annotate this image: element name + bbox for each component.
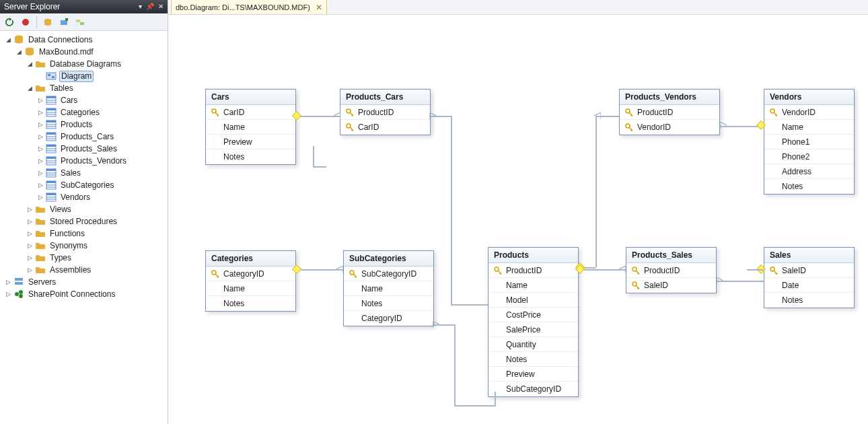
expand-icon[interactable]: ▷	[4, 278, 12, 286]
table-header[interactable]: Products_Sales	[626, 248, 716, 263]
document-tab[interactable]: dbo.Diagram: Di...TS\MAXBOUND.MDF) ✕	[171, 0, 327, 14]
table-header[interactable]: SubCategories	[344, 251, 433, 267]
table-column[interactable]: Name	[764, 120, 854, 135]
tree-node-table[interactable]: ▷Categories	[1, 106, 168, 118]
table-column[interactable]: Name	[344, 281, 433, 296]
table-header[interactable]: Products_Cars	[340, 90, 430, 105]
tree-view[interactable]: ◢ Data Connections ◢ MaxBound.mdf ◢ Data…	[0, 31, 168, 424]
add-server-button[interactable]	[57, 15, 71, 29]
collapse-icon[interactable]: ◢	[26, 60, 34, 68]
table-column[interactable]: Phone2	[764, 149, 854, 164]
table-column[interactable]: SaleID	[626, 278, 716, 293]
table-header[interactable]: Products	[489, 248, 578, 263]
stop-button[interactable]	[19, 15, 32, 29]
db-table-products_cars[interactable]: Products_CarsProductIDCarID	[340, 89, 431, 135]
db-table-sales[interactable]: SalesSaleIDDateNotes	[764, 247, 855, 308]
table-column[interactable]: Notes	[206, 149, 295, 164]
refresh-button[interactable]	[3, 15, 16, 29]
table-column[interactable]: Notes	[489, 352, 578, 367]
expand-icon[interactable]: ▷	[26, 229, 34, 238]
table-header[interactable]: Cars	[206, 90, 295, 105]
diagram-canvas[interactable]: CarsCarIDNamePreviewNotesProducts_CarsPr…	[168, 15, 868, 424]
tree-node-folder[interactable]: ▷Synonyms	[1, 240, 168, 252]
connect-db-button[interactable]	[41, 15, 55, 29]
expand-icon[interactable]: ▷	[36, 120, 44, 129]
collapse-icon[interactable]: ◢	[15, 48, 23, 56]
collapse-icon[interactable]: ◢	[4, 36, 12, 44]
table-column[interactable]: Phone1	[764, 135, 854, 149]
table-column[interactable]: Name	[489, 278, 578, 293]
tree-node-table[interactable]: ▷Products_Cars	[1, 131, 168, 143]
tree-node-table[interactable]: ▷Cars	[1, 94, 168, 106]
db-table-products_vendors[interactable]: Products_VendorsProductIDVendorID	[619, 89, 720, 135]
tree-node-table[interactable]: ▷Products	[1, 118, 168, 131]
table-column[interactable]: CategoryID	[206, 267, 295, 281]
table-column[interactable]: Notes	[344, 296, 433, 311]
table-column[interactable]: CategoryID	[344, 311, 433, 326]
table-column[interactable]: SubCategoryID	[344, 267, 433, 281]
db-table-vendors[interactable]: VendorsVendorIDNamePhone1Phone2AddressNo…	[764, 89, 855, 195]
table-header[interactable]: Vendors	[764, 90, 854, 105]
pin-icon[interactable]: 📌	[146, 0, 154, 13]
tree-node-table[interactable]: ▷Sales	[1, 167, 168, 179]
tab-close-icon[interactable]: ✕	[316, 3, 322, 12]
tree-node-servers[interactable]: ▷ Servers	[1, 276, 168, 288]
tree-node-diagrams[interactable]: ◢ Database Diagrams	[1, 58, 168, 70]
table-column[interactable]: VendorID	[764, 105, 854, 120]
expand-icon[interactable]: ▷	[36, 157, 44, 165]
db-table-products_sales[interactable]: Products_SalesProductIDSaleID	[626, 247, 717, 293]
tree-node-folder[interactable]: ▷Views	[1, 203, 168, 215]
tree-node-sharepoint[interactable]: ▷ SharePoint Connections	[1, 288, 168, 300]
expand-icon[interactable]: ▷	[36, 145, 44, 153]
panel-title-bar[interactable]: Server Explorer ▾ 📌 ✕	[0, 0, 168, 13]
tree-node-table[interactable]: ▷SubCategories	[1, 179, 168, 191]
table-column[interactable]: Date	[764, 278, 854, 293]
tree-node-table[interactable]: ▷Products_Sales	[1, 143, 168, 155]
expand-icon[interactable]: ▷	[36, 108, 44, 116]
table-header[interactable]: Categories	[206, 251, 295, 267]
table-column[interactable]: ProductID	[489, 263, 578, 278]
tree-node-folder[interactable]: ▷Functions	[1, 227, 168, 240]
tree-node-folder[interactable]: ▷Stored Procedures	[1, 215, 168, 227]
tree-node-folder[interactable]: ▷Assemblies	[1, 264, 168, 276]
table-column[interactable]: Name	[206, 120, 295, 135]
expand-icon[interactable]: ▷	[26, 205, 34, 213]
expand-icon[interactable]: ▷	[36, 96, 44, 104]
table-column[interactable]: SalePrice	[489, 322, 578, 337]
tree-node-table[interactable]: ▷Vendors	[1, 191, 168, 203]
expand-icon[interactable]: ▷	[36, 133, 44, 141]
expand-icon[interactable]: ▷	[26, 217, 34, 225]
table-column[interactable]: VendorID	[620, 120, 719, 135]
db-table-subcategories[interactable]: SubCategoriesSubCategoryIDNameNotesCateg…	[343, 250, 434, 326]
table-column[interactable]: ProductID	[620, 105, 719, 120]
table-column[interactable]: Notes	[764, 293, 854, 308]
expand-icon[interactable]: ▷	[4, 290, 12, 298]
tree-node-folder[interactable]: ▷Types	[1, 252, 168, 264]
expand-icon[interactable]: ▷	[26, 242, 34, 250]
expand-icon[interactable]: ▷	[26, 266, 34, 274]
tree-node-diagram-item[interactable]: Diagram	[1, 70, 168, 82]
table-column[interactable]: Preview	[489, 367, 578, 382]
table-column[interactable]: Notes	[764, 179, 854, 194]
table-column[interactable]: Quantity	[489, 337, 578, 352]
table-column[interactable]: ProductID	[626, 263, 716, 278]
expand-icon[interactable]: ▷	[36, 181, 44, 189]
tree-node-data-connections[interactable]: ◢ Data Connections	[1, 34, 168, 46]
table-column[interactable]: CarID	[340, 120, 430, 135]
expand-icon[interactable]: ▷	[26, 254, 34, 262]
collapse-icon[interactable]: ◢	[26, 84, 34, 92]
tree-node-tables[interactable]: ◢ Tables	[1, 82, 168, 94]
link-button[interactable]	[73, 15, 87, 29]
db-table-cars[interactable]: CarsCarIDNamePreviewNotes	[205, 89, 296, 165]
table-column[interactable]: CostPrice	[489, 308, 578, 322]
table-column[interactable]: SaleID	[764, 263, 854, 278]
table-column[interactable]: Address	[764, 164, 854, 179]
table-column[interactable]: Model	[489, 293, 578, 308]
table-header[interactable]: Products_Vendors	[620, 90, 719, 105]
expand-icon[interactable]: ▷	[36, 193, 44, 201]
table-column[interactable]: SubCategoryID	[489, 382, 578, 396]
table-column[interactable]: Name	[206, 281, 295, 296]
close-icon[interactable]: ✕	[158, 0, 164, 13]
db-table-categories[interactable]: CategoriesCategoryIDNameNotes	[205, 250, 296, 312]
dropdown-icon[interactable]: ▾	[139, 0, 142, 13]
